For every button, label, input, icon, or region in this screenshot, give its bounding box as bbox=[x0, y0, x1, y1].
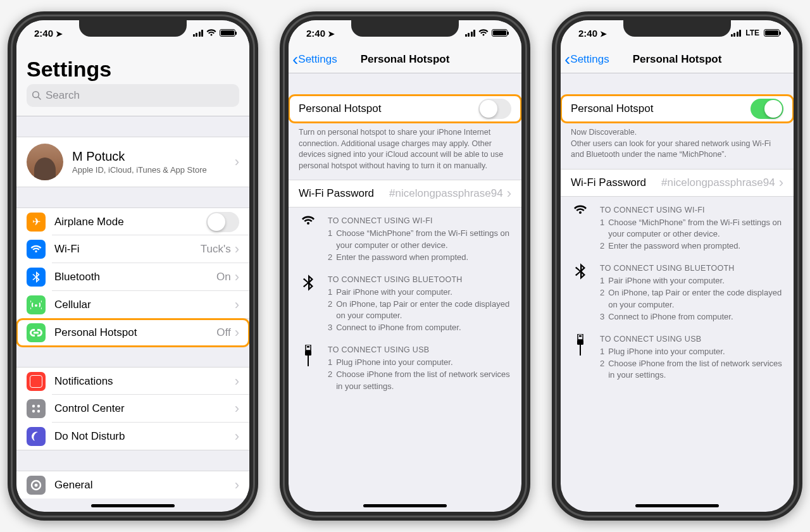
chevron-right-icon: › bbox=[235, 428, 239, 445]
chevron-right-icon: › bbox=[235, 400, 239, 417]
status-time: 2:40 bbox=[34, 28, 53, 39]
bt-instr-3: Connect to iPhone from computer. bbox=[336, 322, 461, 334]
cellular-icon bbox=[27, 295, 46, 314]
bluetooth-cell[interactable]: Bluetooth On › bbox=[16, 263, 249, 291]
dnd-label: Do Not Disturb bbox=[54, 430, 231, 443]
wifi-instr-2: Enter the password when prompted. bbox=[608, 240, 740, 252]
wifi-instr-1: Choose “MichPhone” from the Wi-Fi settin… bbox=[608, 217, 783, 241]
back-button[interactable]: ‹Settings bbox=[561, 53, 609, 66]
signal-icon bbox=[731, 30, 742, 37]
search-icon bbox=[32, 90, 42, 101]
search-input[interactable]: Search bbox=[27, 84, 239, 107]
location-arrow-icon: ➤ bbox=[600, 29, 607, 39]
lte-label: LTE bbox=[745, 28, 759, 37]
profile-sub: Apple ID, iCloud, iTunes & App Store bbox=[72, 165, 231, 175]
bt-instr-1: Pair iPhone with your computer. bbox=[608, 275, 725, 287]
back-label: Settings bbox=[298, 53, 337, 66]
connect-usb-instructions: TO CONNECT USING USB 1Plug iPhone into y… bbox=[561, 326, 794, 385]
hotspot-value: Off bbox=[216, 326, 230, 339]
hotspot-toggle-label: Personal Hotspot bbox=[571, 102, 751, 115]
battery-icon bbox=[220, 29, 235, 37]
usb-instr-header: TO CONNECT USING USB bbox=[328, 344, 511, 356]
personal-hotspot-cell[interactable]: Personal Hotspot Off › bbox=[16, 319, 249, 347]
wifi-password-cell[interactable]: Wi-Fi Password #nicelongpassphrase94 › bbox=[561, 169, 794, 197]
back-button[interactable]: ‹Settings bbox=[289, 53, 337, 66]
cellular-cell[interactable]: Cellular › bbox=[16, 291, 249, 319]
bt-instr-2: On iPhone, tap Pair or enter the code di… bbox=[336, 299, 511, 323]
chevron-right-icon: › bbox=[235, 154, 239, 170]
connect-usb-instructions: TO CONNECT USING USB 1Plug iPhone into y… bbox=[289, 337, 521, 395]
hotspot-label: Personal Hotspot bbox=[54, 326, 216, 339]
wifi-password-cell[interactable]: Wi-Fi Password #nicelongpassphrase94 › bbox=[289, 180, 521, 207]
location-arrow-icon: ➤ bbox=[328, 29, 335, 39]
nav-bar: ‹Settings Personal Hotspot bbox=[289, 46, 521, 73]
wifi-cell[interactable]: Wi-Fi Tuck's › bbox=[16, 235, 249, 263]
location-arrow-icon: ➤ bbox=[56, 29, 63, 39]
svg-rect-11 bbox=[308, 356, 309, 366]
chevron-right-icon: › bbox=[507, 185, 511, 202]
phone-hotspot-on: 2:40 ➤ LTE ‹Settings Personal Hotspot Pe… bbox=[552, 11, 802, 521]
wifi-settings-icon bbox=[27, 240, 46, 259]
airplane-label: Airplane Mode bbox=[54, 216, 206, 228]
notch bbox=[79, 20, 187, 37]
home-indicator[interactable] bbox=[91, 504, 175, 507]
home-indicator[interactable] bbox=[635, 504, 719, 507]
svg-rect-10 bbox=[305, 350, 311, 356]
wifi-value: Tuck's bbox=[201, 243, 231, 256]
search-placeholder: Search bbox=[46, 89, 80, 102]
bt-instr-3: Connect to iPhone from computer. bbox=[608, 311, 733, 323]
connect-wifi-instructions: TO CONNECT USING WI-FI 1Choose “MichPhon… bbox=[561, 197, 794, 256]
wifi-password-label: Wi-Fi Password bbox=[299, 187, 389, 200]
notch bbox=[351, 20, 459, 37]
apple-id-cell[interactable]: M Potuck Apple ID, iCloud, iTunes & App … bbox=[16, 137, 249, 187]
wifi-icon bbox=[206, 29, 216, 37]
discoverable-line2: Other users can look for your shared net… bbox=[571, 139, 771, 159]
battery-icon bbox=[764, 29, 780, 37]
svg-point-4 bbox=[32, 410, 35, 412]
notch bbox=[623, 20, 731, 37]
svg-rect-15 bbox=[580, 345, 581, 356]
hotspot-icon bbox=[27, 323, 46, 342]
wifi-label: Wi-Fi bbox=[54, 243, 201, 256]
notifications-icon bbox=[27, 372, 46, 391]
bluetooth-label: Bluetooth bbox=[54, 271, 216, 283]
wifi-icon bbox=[478, 29, 489, 37]
chevron-right-icon: › bbox=[235, 325, 239, 341]
dnd-icon bbox=[27, 427, 46, 446]
airplane-toggle[interactable] bbox=[206, 212, 239, 232]
hotspot-toggle[interactable] bbox=[478, 99, 511, 119]
svg-rect-9 bbox=[307, 346, 309, 348]
bt-instr-header: TO CONNECT USING BLUETOOTH bbox=[328, 274, 511, 285]
dnd-cell[interactable]: Do Not Disturb › bbox=[16, 423, 249, 450]
airplane-mode-cell[interactable]: ✈ Airplane Mode bbox=[16, 207, 249, 235]
signal-icon bbox=[465, 30, 476, 37]
chevron-right-icon: › bbox=[779, 175, 783, 191]
profile-name: M Potuck bbox=[72, 149, 125, 163]
battery-icon bbox=[492, 29, 508, 37]
general-cell[interactable]: General › bbox=[16, 471, 249, 498]
hotspot-toggle-cell[interactable]: Personal Hotspot bbox=[289, 95, 521, 123]
usb-instr-1: Plug iPhone into your computer. bbox=[336, 357, 452, 369]
hotspot-toggle[interactable] bbox=[751, 99, 783, 119]
notifications-label: Notifications bbox=[54, 375, 231, 388]
general-label: General bbox=[54, 479, 231, 492]
control-center-label: Control Center bbox=[54, 402, 231, 415]
page-title: Settings bbox=[16, 46, 249, 84]
home-indicator[interactable] bbox=[363, 504, 447, 507]
status-time: 2:40 bbox=[306, 28, 325, 39]
control-center-cell[interactable]: Control Center › bbox=[16, 395, 249, 423]
bluetooth-icon bbox=[571, 263, 590, 323]
back-label: Settings bbox=[570, 53, 609, 66]
chevron-right-icon: › bbox=[235, 269, 239, 285]
connect-bluetooth-instructions: TO CONNECT USING BLUETOOTH 1Pair iPhone … bbox=[289, 266, 521, 337]
svg-point-5 bbox=[37, 410, 40, 412]
wifi-instr-header: TO CONNECT USING WI-FI bbox=[600, 204, 783, 216]
wifi-password-value: #nicelongpassphrase94 bbox=[389, 187, 503, 200]
hotspot-toggle-cell[interactable]: Personal Hotspot bbox=[561, 95, 794, 123]
signal-icon bbox=[193, 30, 204, 37]
wifi-instr-1: Choose “MichPhone” from the Wi-Fi settin… bbox=[336, 228, 511, 252]
notifications-cell[interactable]: Notifications › bbox=[16, 367, 249, 395]
wifi-icon bbox=[571, 204, 590, 253]
svg-point-0 bbox=[33, 92, 39, 98]
wifi-password-label: Wi-Fi Password bbox=[571, 176, 661, 189]
